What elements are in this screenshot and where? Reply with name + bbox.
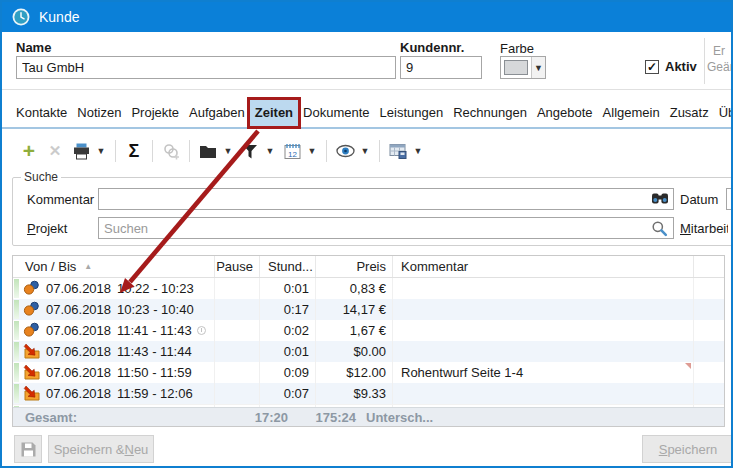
tab-projekte[interactable]: Projekte: [126, 99, 184, 127]
footer-preis-total: Untersch...: [366, 410, 433, 425]
tab-allgemein[interactable]: Allgemein: [598, 99, 665, 127]
divider: [115, 140, 116, 162]
tab-bar: Kontakte Notizen Projekte Aufgaben Zeite…: [2, 99, 731, 129]
table-header: Von / Bis ▲ Pause Stund... Preis Komment…: [13, 256, 724, 278]
calendar-icon: 12: [284, 143, 301, 160]
clock-icon: [12, 8, 30, 26]
save-button[interactable]: Speichern: [642, 435, 733, 463]
tab-dokumente[interactable]: Dokumente: [298, 99, 374, 127]
eye-icon: [336, 144, 355, 158]
table-row[interactable]: 07.06.201811:59 - 12:06 0:07 $9.33: [13, 383, 724, 404]
table-row[interactable]: 07.06.201811:50 - 11:59 0:09 $12.00 Rohe…: [13, 362, 724, 383]
aktiv-label: Aktiv: [665, 59, 697, 74]
table-row[interactable]: 07.06.201811:43 - 11:44 0:01 $0.00: [13, 341, 724, 362]
filter-button[interactable]: [238, 139, 262, 163]
tab-leistungen[interactable]: Leistungen: [375, 99, 449, 127]
farbe-dropdown[interactable]: ▼: [500, 56, 546, 79]
print-dropdown[interactable]: ▼: [94, 146, 108, 156]
folder-button[interactable]: [196, 139, 220, 163]
save-icon-button[interactable]: [14, 435, 42, 463]
folder-dropdown[interactable]: ▼: [221, 146, 235, 156]
delete-button[interactable]: ✕: [43, 139, 67, 163]
table-row[interactable]: 07.06.201811:41 - 11:43 0:02 1,67 €: [13, 320, 724, 341]
note-marker-icon: [685, 363, 691, 369]
search-group: Suche Kommentar Datum Projekt Mitarbeite…: [12, 170, 733, 246]
link-add-button[interactable]: [159, 139, 183, 163]
title-bar: Kunde: [2, 2, 731, 32]
folder-arrow-icon: [23, 343, 40, 359]
tab-zusatz[interactable]: Zusatz: [665, 99, 714, 127]
tab-uebersicht[interactable]: Übersicht: [714, 99, 733, 127]
filter-icon: [242, 144, 258, 159]
meeting-icon: [23, 301, 40, 317]
row-status-strip: [14, 342, 19, 361]
table-save-icon: [389, 143, 407, 159]
footer-gesamt-label: Gesamt:: [25, 410, 77, 425]
tab-rechnungen[interactable]: Rechnungen: [448, 99, 532, 127]
add-icon: +: [23, 141, 35, 161]
tab-aufgaben[interactable]: Aufgaben: [184, 99, 250, 127]
customer-header: Name Kundennr. Farbe ▼ ✓ Aktiv Er Geär: [2, 32, 731, 90]
tab-zeiten-label: Zeiten: [255, 105, 293, 120]
add-button[interactable]: +: [17, 139, 41, 163]
mitarbeiter-label: Mitarbeiter: [680, 221, 728, 236]
tab-angebote[interactable]: Angebote: [532, 99, 598, 127]
meta-erstellt: Er: [713, 44, 725, 58]
sum-icon: Σ: [129, 141, 140, 162]
table-row[interactable]: 07.06.201810:23 - 10:40 0:17 14,17 €: [13, 299, 724, 320]
sort-asc-icon: ▲: [84, 262, 92, 271]
folder-arrow-icon: [23, 385, 40, 401]
calendar-dropdown[interactable]: ▼: [305, 146, 319, 156]
projekt-search-input[interactable]: [98, 217, 674, 239]
view-dropdown[interactable]: ▼: [358, 146, 372, 156]
name-field[interactable]: [16, 56, 396, 79]
column-header-von-bis[interactable]: Von / Bis ▲: [13, 256, 215, 277]
meta-geaendert: Geär: [707, 60, 733, 74]
delete-icon: ✕: [49, 142, 62, 160]
row-status-strip: [14, 363, 19, 382]
datum-input[interactable]: [726, 188, 733, 210]
farbe-label: Farbe: [500, 41, 534, 56]
table-export-dropdown[interactable]: ▼: [411, 146, 425, 156]
table-export-button[interactable]: [386, 139, 410, 163]
search-group-label: Suche: [21, 170, 61, 184]
print-button[interactable]: [69, 139, 93, 163]
table-row[interactable]: 07.06.201810:22 - 10:23 0:01 0,83 €: [13, 278, 724, 299]
filter-dropdown[interactable]: ▼: [263, 146, 277, 156]
floppy-icon: [20, 441, 37, 458]
column-header-kommentar[interactable]: Kommentar: [393, 256, 694, 277]
footer-pause-total: 17:20: [208, 410, 288, 425]
link-add-icon: [163, 143, 180, 160]
divider: [326, 140, 327, 162]
timer-icon: [197, 326, 206, 335]
tab-zeiten[interactable]: Zeiten: [250, 99, 298, 127]
tab-notizen[interactable]: Notizen: [72, 99, 126, 127]
column-header-pause[interactable]: Pause: [215, 256, 260, 277]
view-button[interactable]: [333, 139, 357, 163]
name-label: Name: [16, 40, 51, 55]
tab-kontakte[interactable]: Kontakte: [11, 99, 72, 127]
sum-button[interactable]: Σ: [122, 139, 146, 163]
kommentar-search-input[interactable]: [98, 188, 674, 210]
folder-arrow-icon: [23, 364, 40, 380]
kundennr-field[interactable]: [400, 56, 482, 79]
meeting-icon: [23, 280, 40, 296]
window-title: Kunde: [39, 9, 79, 25]
divider: [379, 140, 380, 162]
calendar-button[interactable]: 12: [280, 139, 304, 163]
customer-window: Kunde Name Kundennr. Farbe ▼ ✓ Aktiv Er …: [0, 0, 733, 468]
time-entries-table: Von / Bis ▲ Pause Stund... Preis Komment…: [12, 255, 725, 427]
color-swatch: [504, 60, 528, 75]
kommentar-label: Kommentar: [27, 192, 94, 207]
save-and-new-button[interactable]: Speichern & Neu: [48, 435, 154, 463]
column-header-stunden[interactable]: Stund...: [260, 256, 316, 277]
row-status-strip: [14, 279, 19, 298]
print-icon: [73, 143, 90, 160]
datum-label: Datum: [680, 192, 718, 207]
footer-stunden-total: 175:24: [290, 410, 356, 425]
meeting-icon: [23, 322, 40, 338]
row-status-strip: [14, 384, 19, 403]
binoculars-icon: [651, 191, 669, 207]
aktiv-checkbox[interactable]: ✓: [645, 60, 659, 74]
column-header-preis[interactable]: Preis: [316, 256, 393, 277]
